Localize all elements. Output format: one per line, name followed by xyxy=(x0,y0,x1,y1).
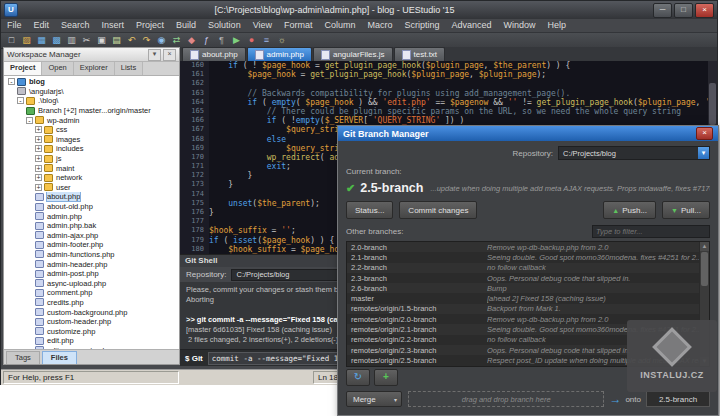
branch-row[interactable]: master[ahead 2] Fixed 158 (caching issue… xyxy=(347,293,709,303)
workspace-tab-project[interactable]: Project xyxy=(4,62,42,75)
tree-item[interactable]: admin-post.php xyxy=(4,269,179,279)
workspace-tab-explorer[interactable]: Explorer xyxy=(74,62,115,75)
pull-button[interactable]: ▼Pull... xyxy=(662,201,710,219)
menu-item-edit[interactable]: Edit xyxy=(28,19,56,32)
tree-item[interactable]: custom-background.php xyxy=(4,307,179,317)
tree-item[interactable]: admin-footer.php xyxy=(4,240,179,250)
branch-drop-zone[interactable]: drag and drop branch here xyxy=(408,391,604,407)
tree-item[interactable]: edit.php xyxy=(4,336,179,346)
tree-item[interactable]: +css xyxy=(4,125,179,135)
copy-icon[interactable]: ▣ xyxy=(95,34,108,47)
tree-item[interactable]: async-upload.php xyxy=(4,278,179,288)
tree-item[interactable]: comment.php xyxy=(4,288,179,298)
tree-item[interactable]: +maint xyxy=(4,163,179,173)
tree-item[interactable]: -blog xyxy=(4,77,179,87)
close-button[interactable]: × xyxy=(695,3,714,18)
replace-icon[interactable]: ⇄ xyxy=(170,34,183,47)
dialog-repository-dropdown[interactable]: C:/Projects/blog ▾ xyxy=(558,146,710,160)
tree-item[interactable]: +includes xyxy=(4,144,179,154)
menu-item-scripting[interactable]: Scripting xyxy=(399,19,446,32)
tree-item[interactable]: admin.php xyxy=(4,211,179,221)
find-icon[interactable]: ◉ xyxy=(155,34,168,47)
menu-item-search[interactable]: Search xyxy=(55,19,96,32)
print-icon[interactable]: ▥ xyxy=(65,34,78,47)
menu-item-insert[interactable]: Insert xyxy=(96,19,131,32)
expander-icon[interactable]: - xyxy=(26,117,33,124)
expander-icon[interactable]: + xyxy=(35,184,42,191)
new-file-icon[interactable]: □ xyxy=(5,34,18,47)
cut-icon[interactable]: ✂ xyxy=(80,34,93,47)
tree-item[interactable]: \angularjs\ xyxy=(4,87,179,97)
tree-item[interactable]: admin.php.bak xyxy=(4,221,179,231)
refresh-button[interactable]: ↻ xyxy=(346,369,370,386)
save-all-icon[interactable]: ▩ xyxy=(50,34,63,47)
expander-icon[interactable]: + xyxy=(35,155,42,162)
doc-tab-test.txt[interactable]: test.txt xyxy=(394,47,446,61)
bookmark-icon[interactable]: ◆ xyxy=(185,34,198,47)
maximize-button[interactable]: □ xyxy=(674,3,693,18)
tree-item[interactable]: +network xyxy=(4,173,179,183)
workspace-tab-open[interactable]: Open xyxy=(42,62,73,75)
expander-icon[interactable]: + xyxy=(35,126,42,133)
settings-icon[interactable]: ☼ xyxy=(275,34,288,47)
doc-tab-admin.php[interactable]: admin.php xyxy=(247,47,312,61)
branch-row[interactable]: 2.0-branchRemove wp-db-backup.php from 2… xyxy=(347,242,709,252)
menu-item-advanced[interactable]: Advanced xyxy=(446,19,498,32)
branch-row[interactable]: 2.2-branchno follow callback xyxy=(347,263,709,273)
menu-item-help[interactable]: Help xyxy=(542,19,573,32)
branch-filter-input[interactable] xyxy=(592,225,710,238)
branch-scrollbar-thumb[interactable] xyxy=(701,252,708,286)
tree-item[interactable]: +images xyxy=(4,135,179,145)
open-file-icon[interactable]: ▨ xyxy=(20,34,33,47)
branch-row[interactable]: 2.1-branchSeeing double. Good spot momo3… xyxy=(347,252,709,262)
tree-item[interactable]: +user xyxy=(4,183,179,193)
expander-icon[interactable]: + xyxy=(35,165,42,172)
tree-item[interactable]: admin-ajax.php xyxy=(4,231,179,241)
expander-icon[interactable]: - xyxy=(8,78,15,85)
tree-item[interactable]: -wp-admin xyxy=(4,115,179,125)
menu-item-format[interactable]: Format xyxy=(278,19,319,32)
word-wrap-icon[interactable]: ¶ xyxy=(215,34,228,47)
tree-item[interactable]: admin-header.php xyxy=(4,259,179,269)
menu-item-file[interactable]: File xyxy=(1,19,28,32)
workspace-tab-lists[interactable]: Lists xyxy=(115,62,143,75)
tree-item[interactable]: about-old.php xyxy=(4,202,179,212)
branch-row[interactable]: 2.6-branchBump xyxy=(347,283,709,293)
menu-item-build[interactable]: Build xyxy=(170,19,202,32)
merge-dropdown[interactable]: Merge▾ xyxy=(346,391,402,407)
expander-icon[interactable]: - xyxy=(17,97,24,104)
expander-icon[interactable]: + xyxy=(35,174,42,181)
add-branch-button[interactable]: + xyxy=(374,369,398,386)
menu-item-column[interactable]: Column xyxy=(319,19,362,32)
menu-item-macro[interactable]: Macro xyxy=(362,19,399,32)
tree-item[interactable]: credits.php xyxy=(4,298,179,308)
tree-item[interactable]: custom-header.php xyxy=(4,317,179,327)
chevron-down-icon[interactable]: ▾ xyxy=(698,147,709,159)
tree-item[interactable]: +js xyxy=(4,154,179,164)
onto-branch-target[interactable]: 2.5-branch xyxy=(646,391,710,407)
paste-icon[interactable]: ▤ xyxy=(110,34,123,47)
commit-changes-button[interactable]: Commit changes xyxy=(399,201,477,219)
menu-item-solution[interactable]: Solution xyxy=(202,19,247,32)
tree-item[interactable]: admin-functions.php xyxy=(4,250,179,260)
branch-row[interactable]: 2.3-branchOops. Personal debug code that… xyxy=(347,273,709,283)
tree-item[interactable]: Branch [+2] master...origin/master xyxy=(4,106,179,116)
pin-icon[interactable]: ▾ xyxy=(148,49,161,61)
push-button[interactable]: ▲Push... xyxy=(603,201,656,219)
dialog-close-icon[interactable]: × xyxy=(696,127,713,140)
macro-record-icon[interactable]: ● xyxy=(245,34,258,47)
tree-item[interactable]: about.php xyxy=(4,192,179,202)
doc-tab-about.php[interactable]: about.php xyxy=(182,47,246,61)
status-button[interactable]: Status... xyxy=(346,201,393,219)
menu-item-project[interactable]: Project xyxy=(130,19,170,32)
menu-item-view[interactable]: View xyxy=(247,19,278,32)
redo-icon[interactable]: ↷ xyxy=(140,34,153,47)
compare-icon[interactable]: ≡ xyxy=(260,34,273,47)
expander-icon[interactable]: + xyxy=(35,145,42,152)
workspace-tab-files[interactable]: Files xyxy=(42,351,77,364)
panel-close-icon[interactable]: × xyxy=(163,49,176,61)
doc-tab-angularFiles.js[interactable]: angularFiles.js xyxy=(313,47,393,61)
editor-scrollbar-thumb[interactable] xyxy=(709,83,716,125)
branch-row[interactable]: remotes/origin/1.5-branchBackport from M… xyxy=(347,304,709,314)
minimize-button[interactable]: ─ xyxy=(653,3,672,18)
